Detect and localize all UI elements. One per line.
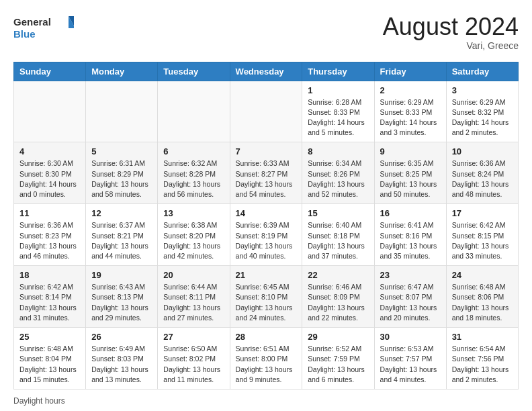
- day-info: Sunrise: 6:42 AMSunset: 8:15 PMDaylight:…: [452, 220, 513, 261]
- week-row-5: 25Sunrise: 6:48 AMSunset: 8:04 PMDayligh…: [14, 328, 519, 390]
- day-info: Sunrise: 6:50 AMSunset: 8:02 PMDaylight:…: [163, 344, 224, 385]
- weekday-header-sunday: Sunday: [14, 62, 86, 81]
- day-info: Sunrise: 6:41 AMSunset: 8:16 PMDaylight:…: [380, 220, 441, 261]
- day-info: Sunrise: 6:53 AMSunset: 7:57 PMDaylight:…: [380, 344, 441, 385]
- day-number: 27: [163, 332, 224, 342]
- day-number: 2: [380, 85, 441, 95]
- footer: Daylight hours: [13, 396, 519, 406]
- calendar-cell: 2Sunrise: 6:29 AMSunset: 8:33 PMDaylight…: [374, 81, 446, 142]
- calendar-cell: 12Sunrise: 6:37 AMSunset: 8:21 PMDayligh…: [86, 204, 158, 266]
- day-number: 28: [236, 332, 297, 342]
- calendar-cell: 16Sunrise: 6:41 AMSunset: 8:16 PMDayligh…: [374, 204, 446, 266]
- calendar-cell: 8Sunrise: 6:34 AMSunset: 8:26 PMDaylight…: [302, 142, 374, 204]
- day-number: 11: [19, 208, 80, 218]
- day-info: Sunrise: 6:44 AMSunset: 8:11 PMDaylight:…: [163, 282, 224, 323]
- day-info: Sunrise: 6:31 AMSunset: 8:29 PMDaylight:…: [91, 158, 152, 199]
- day-info: Sunrise: 6:43 AMSunset: 8:13 PMDaylight:…: [91, 282, 152, 323]
- calendar-cell: [86, 81, 158, 142]
- day-info: Sunrise: 6:51 AMSunset: 8:00 PMDaylight:…: [236, 344, 297, 385]
- day-number: 18: [19, 270, 80, 280]
- day-number: 22: [308, 270, 368, 280]
- day-info: Sunrise: 6:30 AMSunset: 8:30 PMDaylight:…: [19, 158, 80, 199]
- title-block: August 2024 Vari, Greece: [383, 13, 519, 51]
- calendar-cell: 11Sunrise: 6:36 AMSunset: 8:23 PMDayligh…: [14, 204, 86, 266]
- day-info: Sunrise: 6:29 AMSunset: 8:32 PMDaylight:…: [452, 97, 513, 138]
- weekday-header-row: SundayMondayTuesdayWednesdayThursdayFrid…: [14, 62, 519, 81]
- day-info: Sunrise: 6:47 AMSunset: 8:07 PMDaylight:…: [380, 282, 441, 323]
- day-number: 16: [380, 208, 441, 218]
- day-number: 9: [380, 146, 441, 156]
- day-number: 13: [163, 208, 224, 218]
- day-number: 30: [380, 332, 441, 342]
- svg-text:General: General: [13, 16, 51, 28]
- calendar-cell: 6Sunrise: 6:32 AMSunset: 8:28 PMDaylight…: [158, 142, 230, 204]
- day-number: 19: [91, 270, 152, 280]
- day-info: Sunrise: 6:35 AMSunset: 8:25 PMDaylight:…: [380, 158, 441, 199]
- day-number: 3: [452, 85, 513, 95]
- day-info: Sunrise: 6:52 AMSunset: 7:59 PMDaylight:…: [308, 344, 368, 385]
- month-year-title: August 2024: [383, 13, 519, 40]
- day-info: Sunrise: 6:38 AMSunset: 8:20 PMDaylight:…: [163, 220, 224, 261]
- calendar-cell: [158, 81, 230, 142]
- day-number: 10: [452, 146, 513, 156]
- calendar-cell: 30Sunrise: 6:53 AMSunset: 7:57 PMDayligh…: [374, 328, 446, 390]
- calendar-table: SundayMondayTuesdayWednesdayThursdayFrid…: [13, 62, 519, 390]
- calendar-cell: 27Sunrise: 6:50 AMSunset: 8:02 PMDayligh…: [158, 328, 230, 390]
- day-number: 7: [236, 146, 297, 156]
- day-number: 1: [308, 85, 368, 95]
- day-number: 24: [452, 270, 513, 280]
- calendar-cell: 25Sunrise: 6:48 AMSunset: 8:04 PMDayligh…: [14, 328, 86, 390]
- day-number: 17: [452, 208, 513, 218]
- calendar-cell: 15Sunrise: 6:40 AMSunset: 8:18 PMDayligh…: [302, 204, 374, 266]
- page-header: General Blue August 2024 Vari, Greece: [13, 13, 519, 51]
- day-info: Sunrise: 6:34 AMSunset: 8:26 PMDaylight:…: [308, 158, 368, 199]
- day-info: Sunrise: 6:36 AMSunset: 8:23 PMDaylight:…: [19, 220, 80, 261]
- week-row-1: 1Sunrise: 6:28 AMSunset: 8:33 PMDaylight…: [14, 81, 519, 142]
- day-number: 26: [91, 332, 152, 342]
- svg-text:Blue: Blue: [13, 28, 36, 40]
- day-number: 15: [308, 208, 368, 218]
- calendar-cell: 13Sunrise: 6:38 AMSunset: 8:20 PMDayligh…: [158, 204, 230, 266]
- weekday-header-friday: Friday: [374, 62, 446, 81]
- week-row-4: 18Sunrise: 6:42 AMSunset: 8:14 PMDayligh…: [14, 266, 519, 328]
- calendar-cell: 21Sunrise: 6:45 AMSunset: 8:10 PMDayligh…: [230, 266, 302, 328]
- day-info: Sunrise: 6:48 AMSunset: 8:06 PMDaylight:…: [452, 282, 513, 323]
- day-number: 14: [236, 208, 297, 218]
- day-number: 29: [308, 332, 368, 342]
- calendar-cell: 7Sunrise: 6:33 AMSunset: 8:27 PMDaylight…: [230, 142, 302, 204]
- day-number: 6: [163, 146, 224, 156]
- day-number: 23: [380, 270, 441, 280]
- day-number: 12: [91, 208, 152, 218]
- calendar-cell: 3Sunrise: 6:29 AMSunset: 8:32 PMDaylight…: [446, 81, 518, 142]
- week-row-2: 4Sunrise: 6:30 AMSunset: 8:30 PMDaylight…: [14, 142, 519, 204]
- day-info: Sunrise: 6:33 AMSunset: 8:27 PMDaylight:…: [236, 158, 297, 199]
- calendar-cell: 10Sunrise: 6:36 AMSunset: 8:24 PMDayligh…: [446, 142, 518, 204]
- weekday-header-thursday: Thursday: [302, 62, 374, 81]
- calendar-cell: [230, 81, 302, 142]
- day-info: Sunrise: 6:28 AMSunset: 8:33 PMDaylight:…: [308, 97, 368, 138]
- logo: General Blue: [13, 13, 74, 43]
- calendar-cell: 20Sunrise: 6:44 AMSunset: 8:11 PMDayligh…: [158, 266, 230, 328]
- day-info: Sunrise: 6:45 AMSunset: 8:10 PMDaylight:…: [236, 282, 297, 323]
- calendar-cell: 19Sunrise: 6:43 AMSunset: 8:13 PMDayligh…: [86, 266, 158, 328]
- weekday-header-saturday: Saturday: [446, 62, 518, 81]
- location-subtitle: Vari, Greece: [383, 40, 519, 51]
- calendar-cell: 22Sunrise: 6:46 AMSunset: 8:09 PMDayligh…: [302, 266, 374, 328]
- calendar-cell: [14, 81, 86, 142]
- day-info: Sunrise: 6:39 AMSunset: 8:19 PMDaylight:…: [236, 220, 297, 261]
- calendar-cell: 28Sunrise: 6:51 AMSunset: 8:00 PMDayligh…: [230, 328, 302, 390]
- calendar-cell: 1Sunrise: 6:28 AMSunset: 8:33 PMDaylight…: [302, 81, 374, 142]
- day-number: 8: [308, 146, 368, 156]
- day-info: Sunrise: 6:29 AMSunset: 8:33 PMDaylight:…: [380, 97, 441, 138]
- day-info: Sunrise: 6:49 AMSunset: 8:03 PMDaylight:…: [91, 344, 152, 385]
- calendar-cell: 5Sunrise: 6:31 AMSunset: 8:29 PMDaylight…: [86, 142, 158, 204]
- day-number: 21: [236, 270, 297, 280]
- calendar-cell: 14Sunrise: 6:39 AMSunset: 8:19 PMDayligh…: [230, 204, 302, 266]
- day-info: Sunrise: 6:48 AMSunset: 8:04 PMDaylight:…: [19, 344, 80, 385]
- calendar-cell: 18Sunrise: 6:42 AMSunset: 8:14 PMDayligh…: [14, 266, 86, 328]
- day-number: 25: [19, 332, 80, 342]
- day-info: Sunrise: 6:46 AMSunset: 8:09 PMDaylight:…: [308, 282, 368, 323]
- weekday-header-tuesday: Tuesday: [158, 62, 230, 81]
- calendar-cell: 24Sunrise: 6:48 AMSunset: 8:06 PMDayligh…: [446, 266, 518, 328]
- calendar-cell: 17Sunrise: 6:42 AMSunset: 8:15 PMDayligh…: [446, 204, 518, 266]
